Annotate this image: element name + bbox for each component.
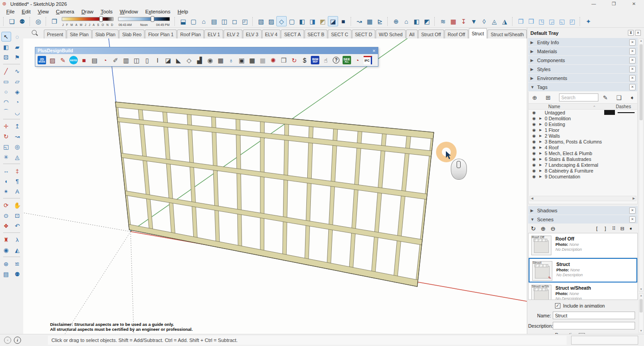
window-icon[interactable]: ◫ (131, 55, 142, 65)
outline-icon[interactable]: ◇ (184, 55, 195, 65)
menu-tools[interactable]: Tools (97, 8, 116, 15)
scene-tab-struct-w-sheath[interactable]: Struct w/Sheath (487, 30, 527, 38)
add-tag-folder-button[interactable]: ⊞ (546, 94, 559, 101)
see-all-button[interactable]: SEEALL (342, 55, 352, 65)
expand-arrow-icon[interactable]: ▶ (539, 169, 545, 173)
visibility-eye-icon[interactable]: ◉ (529, 122, 539, 127)
zoom-tool[interactable]: ⊙ (1, 211, 11, 220)
push-pull-tool[interactable]: ↥ (13, 121, 22, 131)
scene-thumbnail[interactable]: Roof Off (531, 236, 551, 255)
position-camera-tool[interactable]: ♜ (1, 235, 11, 245)
visibility-eye-icon[interactable]: ◉ (529, 157, 539, 161)
scene-tab-struct-off[interactable]: Struct Off (418, 30, 444, 38)
walk-tool[interactable]: λ (13, 235, 22, 245)
move-scene-down-button[interactable]: ] (601, 226, 610, 231)
textured-style-icon[interactable]: ◪ (328, 16, 338, 26)
menu-file[interactable]: File (3, 8, 18, 15)
scene-tab-elv-4[interactable]: ELV 4 (262, 30, 281, 38)
plugin-toolbar-titlebar[interactable]: PlusDesignBuild ✕ (35, 47, 378, 54)
visibility-eye-icon[interactable]: ◉ (529, 151, 539, 156)
tag-icon[interactable]: ❑ (616, 94, 630, 101)
union-icon[interactable]: ❒ (526, 16, 536, 26)
tray-close-button[interactable]: ✕ (635, 30, 641, 36)
follow-me-tool[interactable]: ↝ (13, 131, 22, 141)
lasso-tool[interactable]: ◌ (13, 32, 22, 42)
column-name[interactable]: Name (548, 104, 593, 109)
component-tool[interactable]: ⚄ (1, 52, 11, 62)
skylight-icon[interactable]: ◪ (163, 55, 174, 65)
calendar-clock-icon[interactable]: ▦ (216, 55, 226, 65)
tag-row-9-documentation[interactable]: ◉▶9 Documentation (529, 173, 637, 179)
scene-details-arrow[interactable]: ➧ (627, 226, 635, 232)
2d-mode-button[interactable]: 2DMODE (37, 55, 47, 65)
intersect-icon[interactable]: ◱ (557, 16, 567, 26)
stairs-icon[interactable]: ▟ (195, 55, 205, 65)
scene-tab-sect-c[interactable]: SECT C (328, 30, 351, 38)
scene-tab-sect-d[interactable]: SECT D (352, 30, 375, 38)
bottom-view-icon[interactable]: ◰ (240, 16, 250, 26)
edit-pencil-icon[interactable]: ✎ (603, 94, 616, 101)
expand-arrow-icon[interactable]: ▶ (539, 152, 545, 155)
line-tool[interactable]: ╱ (1, 66, 11, 76)
rotate-tool[interactable]: ↻ (1, 131, 11, 141)
ai-sparkle-icon[interactable]: ✦ (583, 16, 593, 26)
close-icon[interactable]: ✕ (629, 84, 636, 90)
close-icon[interactable]: ✕ (629, 39, 636, 46)
wireframe-style-icon[interactable]: ◇ (276, 16, 287, 26)
pan-tool[interactable]: ✋ (13, 200, 22, 210)
tag-dash-style[interactable] (618, 112, 635, 113)
tag-tool[interactable]: ⚑ (13, 52, 22, 62)
close-icon[interactable]: ✕ (629, 57, 636, 63)
scene-item-struct[interactable]: Struct✎StructPhoto: NoneNo Description (529, 258, 637, 283)
cost-button[interactable]: $ (300, 55, 310, 65)
expand-arrow-icon[interactable]: ▶ (539, 163, 545, 167)
document-window-icon[interactable]: ▣ (237, 55, 247, 65)
section-components[interactable]: ▶Components✕ (528, 56, 638, 64)
front-view-icon[interactable]: ⌂ (199, 16, 209, 26)
new-document-icon[interactable]: ❏ (7, 16, 17, 26)
model-canvas[interactable] (23, 38, 527, 334)
hand-pointer-icon[interactable]: ☝ (321, 55, 331, 65)
corner-tool-icon[interactable]: ◣ (174, 55, 184, 65)
scene-thumbnail[interactable]: Struct w/Sh (531, 285, 551, 300)
shadow-settings-icon[interactable]: ❐ (49, 16, 59, 26)
tag-row-untagged[interactable]: ◉Untagged (529, 110, 637, 115)
rotated-rectangle-tool[interactable]: ▱ (13, 76, 22, 86)
section-shadows[interactable]: ▶ Shadows ✕ (528, 206, 638, 215)
section-environments[interactable]: ▶Environments✕ (528, 74, 638, 82)
offset-tool[interactable]: ◎ (13, 142, 22, 152)
scene-tab-all[interactable]: All (406, 30, 418, 38)
intersect-tool[interactable]: ✳ (1, 152, 11, 162)
scene-tab-roof-off[interactable]: Roof Off (445, 30, 468, 38)
scene-item-struct-w-sheath[interactable]: Struct w/ShStruct w/SheathPhoto: NoneNo … (529, 283, 637, 300)
outer-shell-icon[interactable]: ❐ (516, 16, 526, 26)
section-tags[interactable]: ▼ Tags ✕ (528, 83, 638, 91)
shadow-time-slider[interactable]: 06:43 AMNoon04:45 PM (118, 16, 170, 27)
column-icon[interactable]: Ⅰ (153, 55, 163, 65)
from-scratch-icon[interactable]: ▦ (448, 16, 458, 26)
menu-camera[interactable]: Camera (52, 8, 78, 15)
scene-tab-slab-plan[interactable]: Slab Plan (92, 30, 119, 38)
tag-details-arrow[interactable]: ➧ (630, 94, 636, 101)
monochrome-style-icon[interactable]: ◩ (318, 16, 328, 26)
add-location-icon[interactable]: ◎ (33, 16, 43, 26)
tag-row-4-roof[interactable]: ◉▶4 Roof (529, 144, 637, 150)
hidden-line-style-icon[interactable]: ▢ (287, 16, 297, 26)
compass-icon[interactable]: ◔ (100, 55, 110, 65)
tag-row-8-cabinetry-furniture[interactable]: ◉▶8 Cabinetry & Furniture (529, 168, 637, 173)
3d-text-tool[interactable]: A (13, 186, 22, 196)
drape-icon[interactable]: ◊ (479, 16, 489, 26)
three-point-arc-tool[interactable]: ◡ (13, 107, 22, 117)
add-tag-button[interactable]: ⊕ (532, 94, 546, 101)
tags-search-input[interactable] (559, 93, 598, 101)
shaded-style-icon[interactable]: ◧ (297, 16, 307, 26)
spray-icon[interactable]: ✺ (268, 55, 279, 65)
tag-row-1-floor[interactable]: ◉▶1 Floor (529, 127, 637, 133)
include-in-animation-checkbox[interactable]: ✓ (555, 303, 560, 308)
window-grid-dark-icon[interactable]: ▦ (247, 55, 258, 65)
tag-row-3-beams-posts-columns[interactable]: ◉▶3 Beams, Posts & Columns (529, 139, 637, 144)
generate-report-icon[interactable]: ▦ (364, 16, 375, 26)
scene-tab-floor-plan-1[interactable]: Floor Plan 1 (145, 30, 177, 38)
section-view-icon[interactable]: ◩ (422, 16, 432, 26)
flat-eraser-icon[interactable]: ✐ (110, 55, 121, 65)
